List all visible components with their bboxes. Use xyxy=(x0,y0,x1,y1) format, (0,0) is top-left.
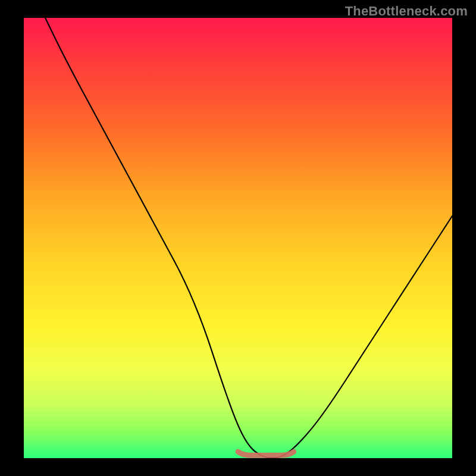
chart-svg xyxy=(24,18,452,458)
plot-area xyxy=(24,18,452,458)
sweet-spot-marker xyxy=(238,452,294,455)
chart-frame: TheBottleneck.com xyxy=(0,0,476,476)
bottleneck-curve-line xyxy=(45,18,452,458)
watermark-text: TheBottleneck.com xyxy=(345,4,468,19)
